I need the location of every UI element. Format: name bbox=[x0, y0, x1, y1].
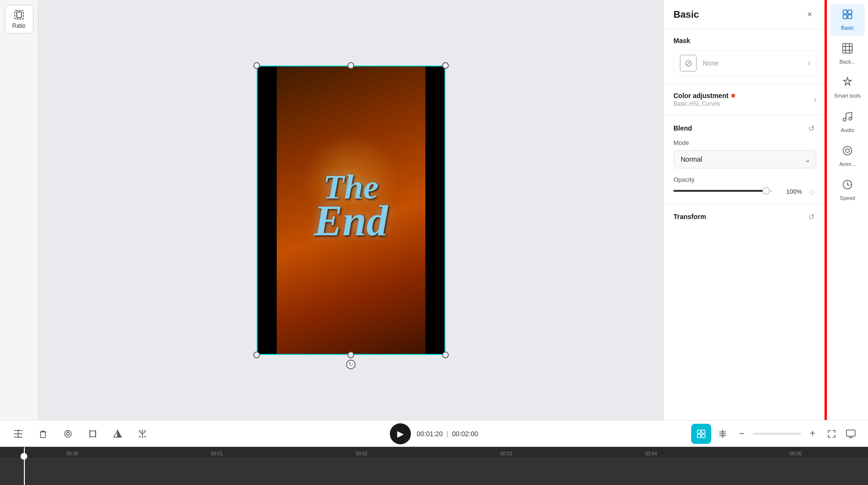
color-adjustment-header[interactable]: Color adjustment Basic,HSL,Curves › bbox=[673, 92, 816, 107]
timeline-track[interactable] bbox=[0, 459, 868, 485]
svg-point-14 bbox=[846, 149, 849, 153]
sidebar-item-background[interactable]: Back... bbox=[830, 38, 865, 70]
animation-label: Anim... bbox=[839, 161, 856, 167]
mode-select[interactable]: Normal Multiply Screen Overlay Darken Li… bbox=[673, 150, 816, 168]
toolbar-center: ▶ 00:01:20 | 00:02:00 bbox=[390, 423, 478, 444]
handle-bottom-mid[interactable] bbox=[347, 352, 354, 358]
zoom-in-button[interactable]: + bbox=[805, 426, 820, 441]
slider-thumb[interactable] bbox=[762, 187, 770, 195]
svg-point-12 bbox=[849, 117, 852, 120]
left-toolbar: Ratio bbox=[0, 0, 38, 420]
mode-label: Mode bbox=[673, 139, 816, 146]
crop-button[interactable] bbox=[84, 425, 101, 442]
mask-value: None bbox=[703, 59, 808, 67]
opacity-slider[interactable] bbox=[673, 190, 772, 193]
transform-reset-button[interactable]: ↺ bbox=[806, 211, 816, 222]
basic-icon bbox=[842, 9, 853, 23]
svg-point-13 bbox=[843, 146, 852, 155]
sidebar-item-smart-tools[interactable]: Smart tools bbox=[830, 72, 865, 104]
slider-fill bbox=[673, 190, 768, 192]
mask-chevron: › bbox=[808, 59, 810, 67]
color-adj-chevron: › bbox=[814, 95, 816, 104]
opacity-keyframe-button[interactable]: ◇ bbox=[808, 187, 816, 196]
svg-point-11 bbox=[843, 118, 846, 121]
delete-button[interactable] bbox=[34, 425, 52, 442]
toolbar-right: − + bbox=[691, 424, 858, 444]
color-adj-title-row: Color adjustment bbox=[673, 92, 735, 99]
mask-icon: ⊘ bbox=[680, 55, 697, 72]
svg-point-22 bbox=[66, 432, 69, 435]
color-adj-subtitle: Basic,HSL,Curves bbox=[673, 100, 735, 107]
svg-marker-27 bbox=[114, 430, 118, 437]
svg-rect-36 bbox=[697, 430, 701, 433]
right-panel: Basic × Mask ⊘ None › Color adjustment B… bbox=[663, 0, 826, 420]
handle-bottom-right[interactable] bbox=[442, 352, 449, 358]
video-frame: The End bbox=[257, 66, 445, 355]
flip-button[interactable] bbox=[109, 425, 126, 442]
panel-title: Basic bbox=[673, 9, 699, 20]
timeline-area: 00:00 00:01 00:02 00:03 00:04 00:05 bbox=[0, 447, 868, 485]
panel-header: Basic × bbox=[664, 0, 826, 29]
color-adj-left: Color adjustment Basic,HSL,Curves bbox=[673, 92, 735, 107]
copy-button[interactable] bbox=[59, 425, 76, 442]
mask-row[interactable]: ⊘ None › bbox=[673, 50, 816, 76]
svg-rect-4 bbox=[843, 15, 847, 19]
opacity-value: 100% bbox=[778, 188, 802, 195]
speed-label: Speed bbox=[840, 195, 855, 201]
sidebar-item-audio[interactable]: Audio bbox=[830, 106, 865, 138]
ratio-icon bbox=[13, 9, 25, 21]
svg-rect-24 bbox=[90, 431, 96, 437]
mask-title: Mask bbox=[673, 37, 816, 44]
playhead[interactable] bbox=[24, 447, 25, 485]
handle-top-mid[interactable] bbox=[347, 62, 354, 69]
center-align-button[interactable] bbox=[715, 426, 730, 441]
ruler-mark-2: 00:02 bbox=[289, 451, 434, 456]
icons-sidebar: Basic Back... Smart tools bbox=[826, 0, 868, 420]
magic-button[interactable] bbox=[691, 424, 711, 444]
svg-marker-28 bbox=[118, 430, 121, 437]
sidebar-item-speed[interactable]: Speed bbox=[830, 174, 865, 206]
total-time: 00:02:00 bbox=[452, 430, 478, 438]
trim-button[interactable] bbox=[10, 425, 27, 442]
fullscreen-button[interactable] bbox=[824, 426, 839, 441]
svg-rect-20 bbox=[41, 432, 45, 438]
sidebar-item-animation[interactable]: Anim... bbox=[830, 140, 865, 172]
ruler-mark-5: 00:05 bbox=[723, 451, 868, 456]
close-button[interactable]: × bbox=[803, 8, 816, 21]
transform-section: Transform ↺ bbox=[664, 204, 826, 230]
mask-section: Mask ⊘ None › bbox=[664, 29, 826, 84]
ruler-mark-3: 00:03 bbox=[434, 451, 579, 456]
canvas-area: The End ↻ bbox=[38, 0, 663, 420]
split-button[interactable] bbox=[134, 425, 151, 442]
svg-line-30 bbox=[140, 432, 142, 434]
play-button[interactable]: ▶ bbox=[390, 423, 411, 444]
blend-section: Blend ↺ Mode Normal Multiply Screen Over… bbox=[664, 115, 826, 204]
basic-label: Basic bbox=[841, 25, 854, 31]
svg-rect-37 bbox=[702, 430, 705, 433]
current-time: 00:01:20 bbox=[417, 430, 443, 438]
svg-rect-2 bbox=[843, 10, 847, 14]
ratio-label: Ratio bbox=[12, 22, 25, 29]
ruler-mark-4: 00:04 bbox=[579, 451, 724, 456]
svg-rect-38 bbox=[697, 434, 701, 438]
monitor-button[interactable] bbox=[843, 426, 858, 441]
rotate-handle[interactable]: ↻ bbox=[346, 360, 356, 369]
blend-reset-button[interactable]: ↺ bbox=[806, 123, 816, 133]
transform-header: Transform ↺ bbox=[673, 211, 816, 222]
sidebar-item-basic[interactable]: Basic bbox=[830, 4, 865, 36]
text-end: End bbox=[314, 199, 388, 242]
transform-title: Transform bbox=[673, 213, 706, 220]
zoom-out-button[interactable]: − bbox=[734, 426, 749, 441]
slider-track bbox=[673, 190, 772, 192]
ratio-button[interactable]: Ratio bbox=[5, 5, 33, 33]
opacity-label: Opacity bbox=[673, 176, 816, 183]
svg-rect-44 bbox=[846, 430, 855, 436]
video-container: The End ↻ bbox=[257, 66, 445, 355]
handle-top-right[interactable] bbox=[442, 62, 449, 69]
handle-bottom-left[interactable] bbox=[253, 352, 260, 358]
handle-top-left[interactable] bbox=[253, 62, 260, 69]
audio-label: Audio bbox=[841, 127, 854, 133]
svg-rect-3 bbox=[848, 10, 852, 14]
zoom-slider[interactable] bbox=[753, 433, 801, 435]
video-text: The End bbox=[314, 170, 388, 242]
